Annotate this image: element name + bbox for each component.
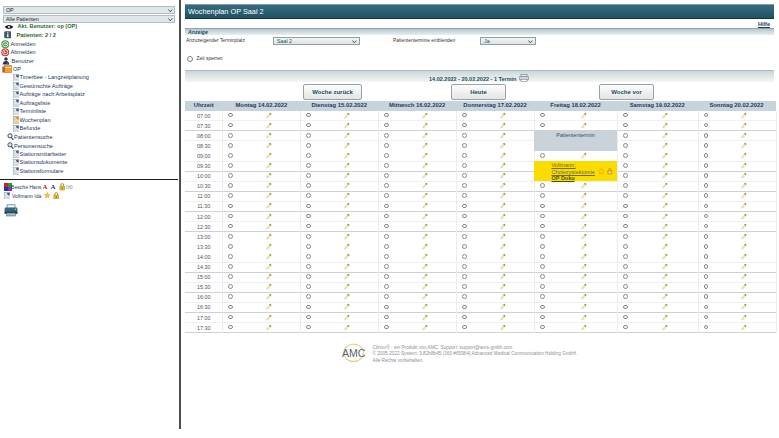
svg-text:AMC: AMC [342,346,366,358]
